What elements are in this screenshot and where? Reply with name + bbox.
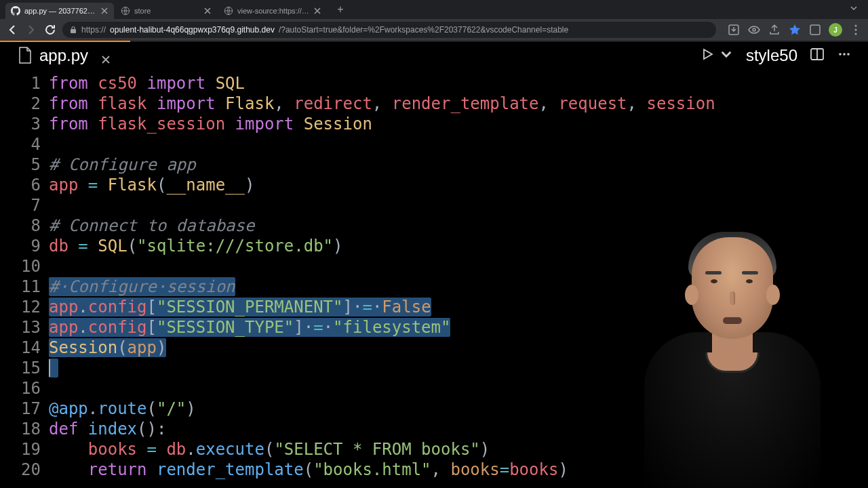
code-content[interactable]: app.config["SESSION_PERMANENT"]·=·False (49, 297, 431, 317)
tab-overflow-button[interactable] (845, 3, 863, 16)
code-line[interactable]: 1from cs50 import SQL (0, 73, 868, 94)
code-line[interactable]: 14Session(app) (0, 338, 868, 358)
code-line[interactable]: 18def index(): (0, 419, 868, 439)
code-line[interactable]: 10 (0, 256, 868, 277)
code-line[interactable]: 5# Configure app (0, 155, 868, 175)
code-content[interactable]: def index(): (49, 419, 166, 439)
split-editor-button[interactable] (810, 47, 825, 64)
globe-icon (121, 6, 130, 16)
close-icon[interactable] (313, 7, 321, 15)
code-content[interactable]: books = db.execute("SELECT * FROM books"… (49, 439, 490, 460)
back-button[interactable] (5, 23, 19, 37)
install-app-icon[interactable] (727, 23, 741, 37)
svg-point-4 (753, 28, 755, 31)
svg-point-12 (847, 53, 850, 56)
menu-icon[interactable] (849, 23, 863, 37)
code-editor[interactable]: 1from cs50 import SQL2from flask import … (0, 69, 868, 480)
editor-tab-bar: app.py style50 (0, 42, 868, 69)
line-number: 9 (0, 236, 49, 256)
code-content[interactable]: from cs50 import SQL (49, 73, 245, 94)
browser-tab-active[interactable]: app.py — 20377622 [Codesp… (5, 3, 114, 19)
code-line[interactable]: 9db = SQL("sqlite:///store.db") (0, 236, 868, 256)
globe-icon (224, 6, 233, 16)
line-number: 19 (0, 439, 49, 460)
share-icon[interactable] (768, 23, 781, 37)
close-icon[interactable] (100, 50, 111, 61)
run-dropdown[interactable] (719, 47, 734, 64)
github-icon (11, 6, 20, 16)
more-actions-button[interactable] (837, 47, 852, 64)
line-number: 4 (0, 134, 49, 155)
code-content[interactable]: app = Flask(__name__) (49, 175, 254, 195)
code-line[interactable]: 4 (0, 134, 868, 155)
browser-toolbar: https://opulent-halibut-4q66qgpwxp376q9.… (0, 19, 868, 41)
code-content[interactable]: Session(app) (49, 338, 166, 358)
code-line[interactable]: 20 return render_template("books.html", … (0, 460, 868, 480)
bookmark-icon[interactable] (788, 23, 802, 37)
close-icon[interactable] (203, 7, 212, 15)
style50-button[interactable]: style50 (746, 46, 797, 65)
line-number: 1 (0, 73, 49, 94)
tab-title: view-source:https://opulent-h… (237, 7, 309, 15)
code-content[interactable]: from flask_session import Session (49, 114, 372, 134)
line-number: 10 (0, 256, 49, 277)
editor-tab-active[interactable]: app.py (7, 42, 122, 69)
code-content[interactable] (49, 358, 58, 378)
line-number: 11 (0, 277, 49, 297)
browser-tab[interactable]: store (115, 3, 217, 19)
forward-button[interactable] (24, 23, 38, 37)
code-content[interactable]: # Configure app (49, 155, 196, 175)
code-line[interactable]: 8# Connect to database (0, 216, 868, 236)
run-button[interactable] (700, 47, 715, 64)
code-content[interactable]: return render_template("books.html", boo… (49, 460, 568, 480)
line-number: 7 (0, 195, 49, 216)
code-content[interactable]: # Connect to database (49, 216, 254, 236)
svg-point-10 (839, 53, 842, 56)
url-host: opulent-halibut-4q66qgpwxp376q9.github.d… (110, 25, 275, 35)
line-number: 8 (0, 216, 49, 236)
code-line[interactable]: 7 (0, 195, 868, 216)
browser-tab[interactable]: view-source:https://opulent-h… (218, 3, 327, 19)
code-line[interactable]: 6app = Flask(__name__) (0, 175, 868, 195)
code-line[interactable]: 3from flask_session import Session (0, 114, 868, 134)
code-content[interactable]: @app.route("/") (49, 399, 196, 419)
svg-rect-2 (71, 29, 76, 33)
line-number: 5 (0, 155, 49, 175)
close-icon[interactable] (100, 7, 108, 15)
line-number: 17 (0, 399, 49, 419)
code-line[interactable]: 17@app.route("/") (0, 399, 868, 419)
line-number: 20 (0, 460, 49, 480)
code-line[interactable]: 2from flask import Flask, redirect, rend… (0, 94, 868, 114)
tab-title: app.py — 20377622 [Codesp… (24, 7, 96, 15)
url-path: /?autoStart=true&folder=%2Fworkspaces%2F… (279, 25, 568, 35)
code-content[interactable]: db = SQL("sqlite:///store.db") (49, 236, 343, 256)
svg-point-7 (855, 29, 857, 31)
line-number: 12 (0, 297, 49, 317)
line-number: 18 (0, 419, 49, 439)
code-content[interactable]: app.config["SESSION_TYPE"]·=·"filesystem… (49, 317, 450, 338)
code-line[interactable]: 15 (0, 358, 868, 378)
extensions-icon[interactable] (808, 23, 822, 37)
code-line[interactable]: 19 books = db.execute("SELECT * FROM boo… (0, 439, 868, 460)
reload-button[interactable] (43, 23, 57, 37)
tab-title: store (134, 7, 199, 15)
eye-icon[interactable] (747, 23, 761, 37)
line-number: 16 (0, 378, 49, 399)
line-number: 2 (0, 94, 49, 114)
code-content[interactable]: from flask import Flask, redirect, rende… (49, 94, 715, 114)
browser-tab-strip: app.py — 20377622 [Codesp… store view-so… (0, 0, 868, 19)
svg-point-8 (855, 33, 857, 35)
code-content[interactable]: #·Configure·session (49, 277, 235, 297)
editor-filename: app.py (39, 46, 88, 65)
code-line[interactable]: 13app.config["SESSION_TYPE"]·=·"filesyst… (0, 317, 868, 338)
profile-avatar[interactable]: J (829, 23, 842, 37)
code-line[interactable]: 12app.config["SESSION_PERMANENT"]·=·Fals… (0, 297, 868, 317)
code-line[interactable]: 11#·Configure·session (0, 277, 868, 297)
svg-point-6 (855, 25, 857, 27)
code-line[interactable]: 16 (0, 378, 868, 399)
line-number: 6 (0, 175, 49, 195)
url-bar[interactable]: https://opulent-halibut-4q66qgpwxp376q9.… (62, 22, 716, 38)
new-tab-button[interactable]: + (332, 1, 349, 18)
svg-rect-5 (810, 25, 820, 35)
url-scheme: https:// (81, 25, 106, 35)
